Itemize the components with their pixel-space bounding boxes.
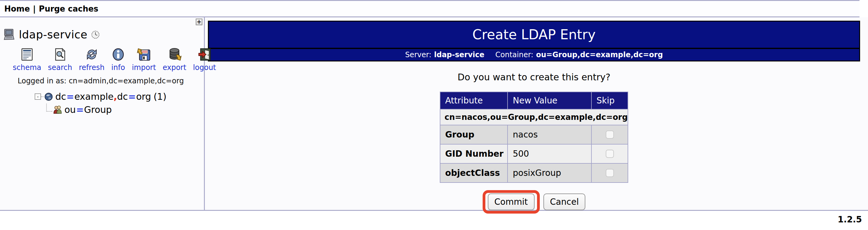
topbar-separator: | bbox=[33, 4, 36, 13]
toolbar-item-schema[interactable]: schema bbox=[13, 48, 41, 72]
logout-icon bbox=[197, 48, 212, 61]
content-row: + ldap-service bbox=[0, 17, 868, 211]
server-header: ldap-service bbox=[3, 28, 204, 41]
toolbar-label-import: import bbox=[132, 63, 156, 72]
attribute-name: Group bbox=[440, 125, 508, 144]
toolbar-label-search: search bbox=[48, 63, 72, 72]
confirm-question: Do you want to create this entry? bbox=[208, 72, 860, 82]
info-icon bbox=[111, 48, 125, 61]
server-name: ldap-service bbox=[19, 28, 88, 41]
tree-root-label: dc=example,dc=org(1) bbox=[55, 91, 166, 102]
toolbar-item-import[interactable]: import bbox=[132, 48, 156, 72]
toolbar-item-info[interactable]: info bbox=[111, 48, 125, 72]
header-attribute: Attribute bbox=[440, 92, 508, 109]
confirm-table: Attribute New Value Skip cn=nacos,ou=Gro… bbox=[440, 92, 628, 183]
computer-icon bbox=[3, 29, 15, 41]
attribute-value: nacos bbox=[507, 125, 591, 144]
header-new-value: New Value bbox=[507, 92, 591, 109]
version-text: 1.2.5 bbox=[838, 214, 862, 225]
container-label: Container: bbox=[495, 51, 533, 59]
clock-icon bbox=[91, 30, 100, 39]
toolbar-item-logout[interactable]: logout bbox=[193, 48, 216, 72]
purge-caches-link[interactable]: Purge caches bbox=[39, 4, 98, 13]
attribute-value: posixGroup bbox=[507, 163, 591, 182]
footer: 1.2.5 bbox=[0, 211, 868, 229]
group-icon bbox=[53, 105, 62, 114]
commit-highlight-ring: Commit bbox=[483, 190, 540, 213]
import-icon bbox=[137, 48, 151, 61]
collapse-toggle[interactable]: - bbox=[35, 93, 41, 100]
sidebar-expand-button[interactable]: + bbox=[196, 19, 203, 25]
skip-cell bbox=[591, 125, 628, 144]
toolbar-label-refresh: refresh bbox=[79, 63, 104, 72]
attribute-name: objectClass bbox=[440, 163, 508, 182]
skip-cell bbox=[591, 144, 628, 163]
page-title: Create LDAP Entry bbox=[209, 22, 859, 48]
entry-dn: cn=nacos,ou=Group,dc=example,dc=org bbox=[440, 109, 628, 125]
tree-node-ou-group: ou=Group bbox=[46, 104, 204, 115]
tree-root-link[interactable]: dc=example,dc=org(1) bbox=[44, 91, 166, 102]
cancel-button[interactable]: Cancel bbox=[544, 194, 586, 210]
export-icon bbox=[167, 48, 181, 61]
attribute-name: GID Number bbox=[440, 144, 508, 163]
banner-subtitle: Server: ldap-service Container: ou=Group… bbox=[209, 48, 859, 61]
home-link[interactable]: Home bbox=[4, 4, 30, 13]
main-panel: Create LDAP Entry Server: ldap-service C… bbox=[205, 17, 868, 211]
toolbar-item-refresh[interactable]: refresh bbox=[79, 48, 104, 72]
server-value: ldap-service bbox=[434, 51, 485, 59]
globe-icon bbox=[44, 92, 53, 101]
tree-twig bbox=[41, 96, 44, 97]
commit-button[interactable]: Commit bbox=[488, 194, 535, 210]
skip-checkbox[interactable] bbox=[606, 150, 614, 158]
page-banner: Create LDAP Entry Server: ldap-service C… bbox=[208, 21, 860, 61]
search-icon bbox=[53, 48, 67, 61]
toolbar-item-export[interactable]: export bbox=[163, 48, 186, 72]
container-value: ou=Group,dc=example,dc=org bbox=[536, 51, 663, 59]
toolbar-item-search[interactable]: search bbox=[48, 48, 72, 72]
sidebar-toolbar: schema search refresh bbox=[13, 48, 204, 72]
attribute-value: 500 bbox=[507, 144, 591, 163]
table-row: objectClass posixGroup bbox=[440, 163, 628, 182]
top-nav-bar: Home | Purge caches bbox=[0, 0, 860, 17]
skip-cell bbox=[591, 163, 628, 182]
logged-in-as: Logged in as: cn=admin,dc=example,dc=org bbox=[18, 77, 204, 85]
tree-child-link[interactable]: ou=Group bbox=[52, 104, 112, 115]
tree-connector bbox=[46, 104, 52, 112]
toolbar-label-logout: logout bbox=[193, 63, 216, 72]
sidebar: + ldap-service bbox=[0, 17, 205, 211]
table-header-row: Attribute New Value Skip bbox=[440, 92, 628, 109]
skip-checkbox[interactable] bbox=[606, 131, 614, 139]
button-row: Commit Cancel bbox=[208, 190, 860, 213]
header-skip: Skip bbox=[591, 92, 628, 109]
table-row: Group nacos bbox=[440, 125, 628, 144]
server-label: Server: bbox=[405, 51, 431, 59]
dn-row: cn=nacos,ou=Group,dc=example,dc=org bbox=[440, 109, 628, 125]
toolbar-label-export: export bbox=[163, 63, 186, 72]
refresh-icon bbox=[85, 48, 99, 61]
schema-icon bbox=[20, 48, 34, 61]
tree-node-root: - dc=example,dc=org(1) bbox=[35, 91, 204, 102]
ldap-tree: - dc=example,dc=org(1) bbox=[0, 91, 204, 115]
table-row: GID Number 500 bbox=[440, 144, 628, 163]
toolbar-label-schema: schema bbox=[13, 63, 41, 72]
toolbar-label-info: info bbox=[111, 63, 125, 72]
tree-child-label: ou=Group bbox=[64, 104, 112, 115]
skip-checkbox[interactable] bbox=[606, 169, 614, 177]
